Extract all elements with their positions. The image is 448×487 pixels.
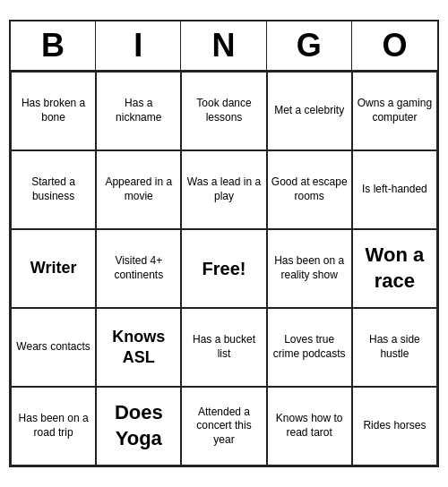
bingo-cell-7[interactable]: Was a lead in a play — [181, 150, 266, 229]
bingo-cell-20[interactable]: Has been on a road trip — [11, 387, 96, 466]
bingo-cell-11[interactable]: Visited 4+ continents — [96, 229, 181, 308]
cell-text-17: Has a bucket list — [185, 333, 262, 361]
cell-text-10: Writer — [30, 258, 77, 278]
bingo-cell-14[interactable]: Won a race — [352, 229, 437, 308]
cell-text-14: Won a race — [357, 243, 433, 294]
bingo-cell-23[interactable]: Knows how to read tarot — [267, 387, 352, 466]
cell-text-5: Started a business — [15, 175, 91, 203]
bingo-letter-B: B — [11, 21, 96, 70]
bingo-cell-24[interactable]: Rides horses — [352, 387, 437, 466]
bingo-letter-N: N — [181, 21, 266, 70]
cell-text-11: Visited 4+ continents — [100, 254, 177, 282]
bingo-cell-17[interactable]: Has a bucket list — [181, 308, 266, 387]
cell-text-23: Knows how to read tarot — [271, 412, 348, 440]
cell-text-6: Appeared in a movie — [100, 175, 177, 203]
bingo-cell-16[interactable]: Knows ASL — [96, 308, 181, 387]
bingo-cell-3[interactable]: Met a celebrity — [267, 72, 352, 150]
cell-text-8: Good at escape rooms — [271, 175, 348, 203]
cell-text-24: Rides horses — [363, 419, 426, 433]
bingo-cell-22[interactable]: Attended a concert this year — [181, 387, 266, 466]
bingo-cell-4[interactable]: Owns a gaming computer — [352, 72, 437, 150]
bingo-cell-13[interactable]: Has been on a reality show — [267, 229, 352, 308]
bingo-cell-9[interactable]: Is left-handed — [352, 150, 437, 229]
cell-text-15: Wears contacts — [16, 340, 90, 355]
bingo-letter-G: G — [267, 21, 352, 70]
bingo-cell-10[interactable]: Writer — [11, 229, 96, 308]
cell-text-19: Has a side hustle — [357, 333, 433, 361]
bingo-cell-5[interactable]: Started a business — [11, 150, 96, 229]
cell-text-3: Met a celebrity — [274, 104, 344, 118]
bingo-letter-I: I — [96, 21, 181, 70]
bingo-grid: Has broken a boneHas a nicknameTook danc… — [11, 72, 437, 466]
cell-text-21: Does Yoga — [100, 400, 177, 451]
bingo-cell-1[interactable]: Has a nickname — [96, 72, 181, 150]
bingo-cell-8[interactable]: Good at escape rooms — [267, 150, 352, 229]
bingo-card: BINGO Has broken a boneHas a nicknameToo… — [9, 20, 439, 467]
bingo-cell-0[interactable]: Has broken a bone — [11, 72, 96, 150]
bingo-cell-6[interactable]: Appeared in a movie — [96, 150, 181, 229]
cell-text-18: Loves true crime podcasts — [271, 333, 348, 361]
cell-text-16: Knows ASL — [100, 327, 177, 369]
bingo-cell-18[interactable]: Loves true crime podcasts — [267, 308, 352, 387]
bingo-header: BINGO — [11, 21, 437, 72]
cell-text-4: Owns a gaming computer — [357, 97, 433, 124]
bingo-cell-12[interactable]: Free! — [181, 229, 266, 308]
cell-text-12: Free! — [202, 257, 246, 280]
bingo-cell-19[interactable]: Has a side hustle — [352, 308, 437, 387]
bingo-cell-2[interactable]: Took dance lessons — [181, 72, 266, 150]
bingo-cell-15[interactable]: Wears contacts — [11, 308, 96, 387]
cell-text-22: Attended a concert this year — [185, 406, 262, 448]
bingo-letter-O: O — [352, 21, 437, 70]
cell-text-2: Took dance lessons — [185, 97, 262, 124]
cell-text-13: Has been on a reality show — [271, 254, 348, 282]
cell-text-0: Has broken a bone — [15, 97, 91, 124]
cell-text-7: Was a lead in a play — [185, 175, 262, 203]
bingo-cell-21[interactable]: Does Yoga — [96, 387, 181, 466]
cell-text-1: Has a nickname — [100, 97, 177, 124]
cell-text-9: Is left-handed — [362, 183, 427, 197]
cell-text-20: Has been on a road trip — [15, 412, 91, 440]
